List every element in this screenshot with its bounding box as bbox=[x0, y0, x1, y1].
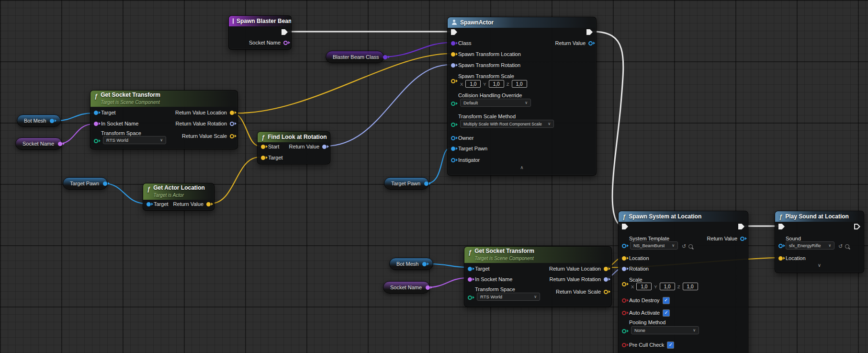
var-socket-name-bottom[interactable]: Socket Name bbox=[383, 281, 430, 294]
node-header[interactable]: SpawnActor bbox=[448, 17, 596, 28]
start-pin[interactable] bbox=[261, 145, 265, 149]
exec-out-pin[interactable] bbox=[854, 224, 860, 229]
var-bot-mesh-top[interactable]: Bot Mesh bbox=[17, 114, 61, 127]
in-socket-name-pin[interactable] bbox=[468, 277, 472, 282]
spawn-transform-rotation-pin[interactable] bbox=[451, 63, 455, 68]
auto-destroy-pin[interactable] bbox=[622, 298, 626, 303]
return-value-pin[interactable] bbox=[740, 237, 744, 241]
class-pin[interactable] bbox=[451, 41, 455, 46]
var-out-pin[interactable] bbox=[58, 142, 62, 146]
spawn-transform-scale-pin[interactable] bbox=[451, 79, 455, 83]
transform-space-dropdown[interactable]: RTS World ∨ bbox=[103, 136, 166, 144]
node-spawn-blaster-beam[interactable]: Spawn Blaster Beam Socket Name bbox=[228, 15, 292, 50]
blueprint-graph-canvas[interactable]: Spawn Blaster Beam Socket Name SpawnActo… bbox=[0, 0, 868, 353]
use-selected-asset-icon[interactable]: ↺ bbox=[682, 244, 686, 249]
node-header[interactable]: ƒ Spawn System at Location bbox=[619, 211, 748, 222]
location-pin[interactable] bbox=[778, 256, 783, 261]
auto-activate-checkbox[interactable]: ✓ bbox=[663, 309, 670, 317]
node-get-socket-transform-top[interactable]: ƒ Get Socket Transform Target is Scene C… bbox=[90, 90, 238, 149]
node-header[interactable]: ƒ Play Sound at Location bbox=[775, 211, 864, 222]
return-value-scale-pin[interactable] bbox=[230, 134, 234, 138]
scale-pin[interactable] bbox=[622, 282, 626, 286]
browse-asset-icon[interactable] bbox=[845, 244, 849, 249]
socket-name-out-pin[interactable] bbox=[283, 41, 288, 45]
node-find-look-at-rotation[interactable]: ƒ Find Look at Rotation Start Return Val… bbox=[257, 131, 330, 164]
var-out-pin[interactable] bbox=[383, 55, 387, 59]
target-pin[interactable] bbox=[468, 267, 472, 271]
rotation-pin[interactable] bbox=[622, 267, 626, 271]
spawn-transform-location-pin[interactable] bbox=[451, 52, 455, 57]
scale-y-field[interactable]: 1,0 bbox=[489, 80, 504, 88]
node-spawn-actor[interactable]: SpawnActor Class Return Value Spawn Tran… bbox=[447, 17, 597, 176]
scale-z-field[interactable]: 1,0 bbox=[683, 283, 698, 290]
transform-scale-method-pin[interactable] bbox=[451, 123, 455, 127]
in-socket-name-pin[interactable] bbox=[94, 122, 98, 126]
exec-in-pin[interactable] bbox=[451, 29, 457, 35]
transform-scale-method-dropdown[interactable]: Multiply Scale With Root Component Scale… bbox=[460, 120, 554, 128]
sound-pin[interactable] bbox=[778, 244, 783, 248]
collapse-pins-button[interactable]: ∧ bbox=[448, 164, 596, 171]
var-out-pin[interactable] bbox=[50, 119, 54, 123]
target-pin[interactable] bbox=[147, 202, 151, 206]
transform-space-dropdown[interactable]: RTS World ∨ bbox=[477, 293, 540, 301]
var-blaster-beam-class[interactable]: Blaster Beam Class bbox=[326, 51, 384, 63]
return-value-scale-pin[interactable] bbox=[604, 290, 608, 294]
return-value-rotation-pin[interactable] bbox=[604, 277, 608, 282]
sound-dropdown[interactable]: sfx_EnergyRifle ∨ bbox=[786, 241, 834, 250]
scale-y-field[interactable]: 1,0 bbox=[660, 283, 675, 290]
target-pin[interactable] bbox=[261, 156, 265, 160]
target-pawn-pin[interactable] bbox=[451, 147, 455, 151]
auto-activate-pin[interactable] bbox=[622, 311, 626, 315]
var-out-pin[interactable] bbox=[103, 182, 107, 186]
var-target-pawn-mid[interactable]: Target Pawn bbox=[384, 177, 429, 190]
node-header[interactable]: ƒ Find Look at Rotation bbox=[258, 132, 330, 142]
node-get-socket-transform-bottom[interactable]: ƒ Get Socket Transform Target is Scene C… bbox=[464, 246, 612, 307]
exec-out-pin[interactable] bbox=[738, 224, 744, 229]
return-value-pin[interactable] bbox=[322, 145, 327, 149]
node-header[interactable]: ƒ Get Socket Transform Target is Scene C… bbox=[90, 91, 237, 107]
location-pin[interactable] bbox=[622, 256, 626, 261]
system-template-dropdown[interactable]: NS_BeamBurst ∨ bbox=[630, 241, 678, 250]
scale-x-field[interactable]: 1,0 bbox=[636, 283, 652, 290]
instigator-pin[interactable] bbox=[451, 158, 455, 162]
collision-handling-pin[interactable] bbox=[451, 102, 455, 106]
return-value-location-pin[interactable] bbox=[604, 267, 608, 271]
transform-space-pin[interactable] bbox=[94, 139, 98, 143]
return-value-rotation-pin[interactable] bbox=[230, 122, 234, 126]
transform-space-pin[interactable] bbox=[468, 296, 472, 300]
expand-pins-button[interactable]: ∨ bbox=[775, 262, 864, 269]
return-value-location-pin[interactable] bbox=[230, 111, 234, 115]
auto-destroy-checkbox[interactable]: ✓ bbox=[663, 297, 670, 304]
var-out-pin[interactable] bbox=[422, 262, 427, 266]
browse-asset-icon[interactable] bbox=[688, 244, 693, 249]
exec-out-pin[interactable] bbox=[586, 29, 593, 35]
pre-cull-check-pin[interactable] bbox=[622, 343, 626, 347]
var-bot-mesh-bottom[interactable]: Bot Mesh bbox=[389, 258, 433, 270]
var-out-pin[interactable] bbox=[424, 182, 428, 186]
scale-z-field[interactable]: 1,0 bbox=[512, 80, 527, 88]
node-play-sound-at-location[interactable]: ƒ Play Sound at Location Sound sfx_Energ… bbox=[775, 211, 864, 273]
node-spawn-system-at-location[interactable]: ƒ Spawn System at Location System Templa… bbox=[618, 211, 748, 353]
system-template-pin[interactable] bbox=[622, 244, 626, 248]
scale-x-field[interactable]: 1,0 bbox=[465, 80, 481, 88]
target-pin[interactable] bbox=[94, 111, 98, 115]
owner-pin[interactable] bbox=[451, 136, 455, 140]
return-value-pin[interactable] bbox=[588, 41, 593, 46]
var-out-pin[interactable] bbox=[426, 285, 430, 290]
pooling-method-pin[interactable] bbox=[622, 329, 626, 333]
pre-cull-check-checkbox[interactable]: ✓ bbox=[667, 342, 674, 349]
var-socket-name-top[interactable]: Socket Name bbox=[15, 137, 62, 150]
var-target-pawn-left[interactable]: Target Pawn bbox=[63, 177, 108, 190]
exec-in-pin[interactable] bbox=[778, 224, 785, 229]
node-title: Spawn Blaster Beam bbox=[237, 18, 291, 24]
pooling-method-dropdown[interactable]: None ∨ bbox=[631, 326, 699, 334]
exec-out-pin[interactable] bbox=[282, 29, 288, 35]
use-selected-asset-icon[interactable]: ↺ bbox=[838, 244, 843, 249]
return-value-pin[interactable] bbox=[206, 202, 211, 206]
node-get-actor-location[interactable]: ƒ Get Actor Location Target is Actor Tar… bbox=[143, 183, 214, 211]
node-header[interactable]: ƒ Get Actor Location Target is Actor bbox=[143, 183, 214, 200]
exec-in-pin[interactable] bbox=[622, 224, 628, 229]
node-header[interactable]: ƒ Get Socket Transform Target is Scene C… bbox=[464, 247, 611, 263]
collision-handling-dropdown[interactable]: Default ∨ bbox=[460, 99, 531, 107]
node-header[interactable]: Spawn Blaster Beam bbox=[229, 16, 291, 26]
